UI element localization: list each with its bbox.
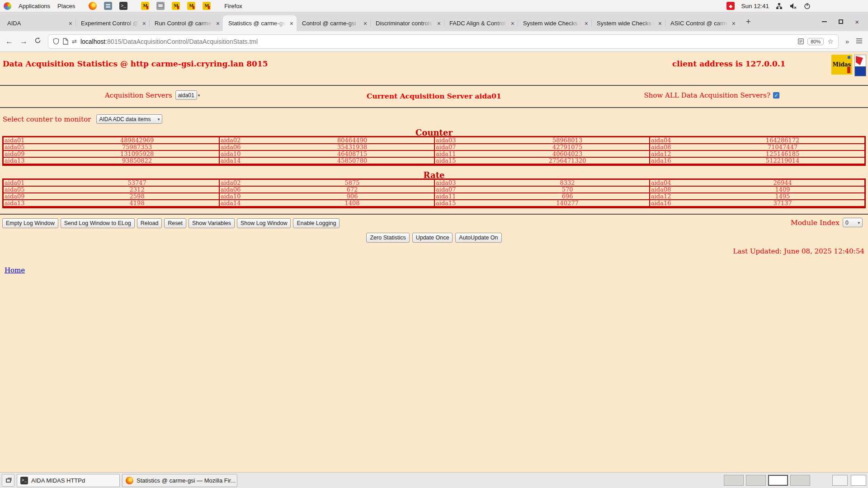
screenshot-launcher-icon[interactable] — [156, 2, 165, 10]
empty-log-window-button[interactable]: Empty Log Window — [2, 218, 58, 228]
minimize-button[interactable] — [822, 21, 827, 22]
notification-badge-icon[interactable]: ◆ — [726, 2, 735, 10]
browser-tab-bar: AIDA×Experiment Control @×Run Control @ … — [0, 12, 868, 31]
panel-clock[interactable]: Sun 12:41 — [741, 3, 769, 9]
send-log-window-to-elog-button[interactable]: Send Log Window to ELog — [61, 218, 135, 228]
applications-menu-icon[interactable] — [4, 2, 11, 10]
places-menu[interactable]: Places — [57, 3, 75, 9]
server-name-cell: aida16 — [649, 200, 701, 207]
tab-close-icon[interactable]: × — [142, 20, 146, 27]
firefox-launcher-icon[interactable] — [89, 2, 97, 10]
tab-system-wide-checks[interactable]: System wide Checks (× — [518, 15, 591, 31]
server-name-cell: aida16 — [649, 158, 701, 164]
show-log-window-button[interactable]: Show Log Window — [237, 218, 291, 228]
server-name-cell: aida09 — [4, 193, 55, 200]
midas-launcher-icon[interactable]: M — [172, 2, 180, 10]
url-text[interactable]: localhost:8015/DataAcquisitionControl/Da… — [80, 38, 794, 45]
tab-close-icon[interactable]: × — [69, 20, 72, 27]
tab-close-icon[interactable]: × — [658, 20, 662, 27]
server-value-cell: 58968013 — [486, 137, 649, 144]
reset-button[interactable]: Reset — [164, 218, 186, 228]
tab-close-icon[interactable]: × — [290, 20, 293, 27]
maximize-button[interactable] — [839, 19, 843, 24]
tab-asic-control-carme[interactable]: ASIC Control @ carme× — [665, 15, 739, 31]
midas-launcher-icon[interactable]: M — [203, 2, 211, 10]
server-name-cell: aida11 — [434, 151, 486, 158]
shield-icon[interactable] — [53, 38, 59, 45]
permissions-icon[interactable]: ⇄ — [72, 38, 77, 45]
update-once-button[interactable]: Update Once — [412, 233, 453, 243]
tab-close-icon[interactable]: × — [437, 20, 441, 27]
applications-menu[interactable]: Applications — [19, 3, 50, 9]
overflow-menu-icon[interactable]: » — [845, 38, 849, 45]
tab-close-icon[interactable]: × — [216, 20, 220, 27]
module-index-select[interactable]: 0▾ — [843, 218, 863, 227]
url-bar[interactable]: ⇄ localhost:8015/DataAcquisitionControl/… — [48, 34, 839, 49]
server-value-cell: 570 — [486, 187, 649, 193]
midas-launcher-icon[interactable]: M — [141, 2, 149, 10]
zero-statistics-button[interactable]: Zero Statistics — [366, 233, 409, 243]
tab-close-icon[interactable]: × — [732, 20, 736, 27]
enable-logging-button[interactable]: Enable Logging — [293, 218, 340, 228]
network-icon[interactable] — [775, 2, 783, 10]
window-list-button[interactable] — [2, 474, 14, 487]
tab-system-wide-checks[interactable]: System wide Checks (× — [591, 15, 665, 31]
show-variables-button[interactable]: Show Variables — [189, 218, 235, 228]
show-all-checkbox[interactable]: ✓ — [773, 92, 779, 99]
workspace-cell-4[interactable] — [790, 475, 810, 486]
volume-muted-icon[interactable] — [789, 2, 797, 10]
workspace-cell-2[interactable] — [746, 475, 766, 486]
tab-discriminator-controls[interactable]: Discriminator controls× — [370, 15, 444, 31]
forward-icon[interactable]: → — [20, 37, 28, 46]
tab-close-icon[interactable]: × — [585, 20, 588, 27]
workspace-cell-3[interactable] — [768, 475, 788, 486]
server-name-cell: aida04 — [649, 180, 701, 187]
tab-close-icon[interactable]: × — [511, 20, 514, 27]
tab-fadc-align-control[interactable]: FADC Align & Control× — [444, 15, 518, 31]
taskbar-box[interactable] — [851, 475, 866, 486]
tab-aida[interactable]: AIDA× — [2, 15, 75, 31]
chevron-down-icon: ▾ — [158, 117, 160, 122]
tab-run-control-carme[interactable]: Run Control @ carme× — [149, 15, 223, 31]
server-value-cell: 26944 — [701, 180, 864, 187]
hamburger-menu-icon[interactable] — [856, 37, 863, 46]
server-name-cell: aida03 — [434, 180, 486, 187]
midas-launcher-icon[interactable]: M — [187, 2, 195, 10]
files-launcher-icon[interactable] — [104, 2, 112, 10]
url-host: localhost — [80, 38, 105, 45]
server-value-cell: 125146185 — [701, 151, 864, 158]
task-button-area: >_AIDA MIDAS HTTPdStatistics @ carme-gsi… — [17, 474, 237, 487]
tab-statistics-carme-gs[interactable]: Statistics @ carme-gs× — [223, 15, 297, 31]
autoupdate-on-button[interactable]: AutoUpdate On — [455, 233, 501, 243]
taskbar-task-statistics-carme-g[interactable]: Statistics @ carme-gsi — Mozilla Fir... — [122, 474, 237, 487]
last-updated-text: Last Updated: June 08, 2025 12:40:54 — [733, 247, 864, 255]
terminal-launcher-icon[interactable]: >_ — [119, 2, 127, 10]
power-icon[interactable] — [803, 2, 811, 10]
new-tab-button[interactable]: + — [743, 17, 754, 27]
tab-control-carme-gsi[interactable]: Control @ carme-gsi× — [297, 15, 370, 31]
taskbar-box[interactable] — [832, 475, 848, 486]
reload-button[interactable]: Reload — [137, 218, 162, 228]
server-value-cell: 4198 — [55, 200, 219, 207]
bookmark-star-icon[interactable]: ☆ — [827, 38, 833, 46]
page-info-icon[interactable] — [63, 38, 68, 45]
tab-close-icon[interactable]: × — [363, 20, 367, 27]
server-value-cell: 2756471320 — [486, 158, 649, 164]
back-icon[interactable]: ← — [5, 37, 13, 46]
close-button[interactable]: × — [855, 19, 859, 25]
zoom-level-indicator[interactable]: 80% — [807, 38, 824, 45]
workspace-cell-1[interactable] — [724, 475, 744, 486]
reader-mode-icon[interactable] — [798, 38, 804, 44]
tab-experiment-control[interactable]: Experiment Control @× — [75, 15, 149, 31]
select-counter-label: Select counter to monitor — [3, 115, 91, 123]
server-value-cell: 8332 — [486, 180, 649, 187]
home-link[interactable]: Home — [5, 266, 25, 274]
server-name-cell: aida04 — [649, 137, 701, 144]
server-value-cell: 80464490 — [270, 137, 434, 144]
taskbar-task-aida-midas-httpd[interactable]: >_AIDA MIDAS HTTPd — [17, 474, 120, 487]
server-name-cell: aida01 — [4, 137, 55, 144]
firefox-icon — [126, 477, 133, 484]
reload-icon[interactable] — [34, 37, 41, 46]
counter-type-select[interactable]: AIDA ADC data items▾ — [96, 114, 162, 124]
server-value-cell: 1495 — [701, 193, 864, 200]
